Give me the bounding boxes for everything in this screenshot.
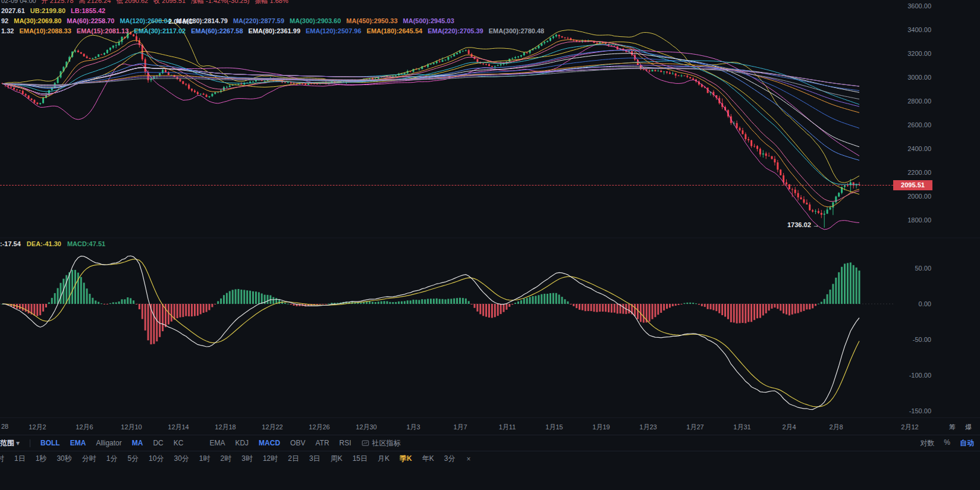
- time-tick-label: 1月15: [545, 423, 563, 432]
- timeframe-1日[interactable]: 1日: [14, 454, 26, 464]
- legend-token: 2027.61: [1, 7, 25, 14]
- timeframe-2日[interactable]: 2日: [288, 454, 299, 464]
- macd-tick-label: 50.00: [890, 265, 931, 272]
- time-tick-label: 28: [1, 423, 8, 430]
- time-tick-label: 1月23: [639, 423, 657, 432]
- axis-toggle-chips[interactable]: 筹: [949, 423, 956, 432]
- timeframe-12时[interactable]: 12时: [263, 454, 278, 464]
- legend-token: 收 2095.51: [153, 0, 186, 4]
- scale-control-%[interactable]: %: [944, 438, 950, 448]
- macd-tick-label: -100.00: [890, 372, 931, 379]
- price-tick-label: 3600.00: [890, 2, 931, 10]
- price-tick-label: 2400.00: [890, 145, 931, 152]
- legend-token: 开 2125.78: [42, 0, 74, 4]
- time-tick-label: 12月30: [356, 423, 376, 432]
- timeframe-1时[interactable]: 1时: [199, 454, 211, 464]
- time-tick-label: 12月10: [121, 423, 142, 432]
- legend-token: MA(220):2877.59: [233, 17, 284, 24]
- scale-controls: 对数%自动: [920, 438, 980, 448]
- timeframe-group: 时1日1秒30秒分时1分5分10分30分1时2时3时12时2日3日周K15日月K…: [2, 454, 455, 464]
- indicator-KC[interactable]: KC: [174, 439, 184, 447]
- sub-indicator-MACD[interactable]: MACD: [259, 439, 280, 447]
- time-tick-label: 12月14: [168, 423, 189, 432]
- timeframe-分时[interactable]: 分时: [82, 454, 96, 464]
- time-tick-label: 1月3: [406, 423, 420, 432]
- chart-canvas[interactable]: [0, 0, 980, 419]
- legend-token: LB:1855.42: [71, 7, 105, 14]
- timeframe-30分[interactable]: 30分: [174, 454, 189, 464]
- indicator-Alligator[interactable]: Alligator: [96, 439, 121, 447]
- sub-indicator-RSI[interactable]: RSI: [340, 439, 351, 447]
- macd-legend-token: DEA:-41.30: [27, 240, 61, 247]
- time-tick-label: 1月27: [686, 423, 703, 432]
- sub-indicator-ATR[interactable]: ATR: [315, 439, 329, 447]
- community-indicators-button[interactable]: 社区指标: [362, 438, 401, 448]
- range-button[interactable]: 范围▾: [0, 438, 20, 448]
- legend-token: MA(120):2608.04: [120, 17, 171, 24]
- timeframe-10分[interactable]: 10分: [149, 454, 164, 464]
- indicator-BOLL[interactable]: BOLL: [40, 439, 60, 447]
- scale-control-自动[interactable]: 自动: [960, 438, 974, 448]
- legend-token: MA(450):2950.33: [346, 17, 397, 24]
- scale-control-对数[interactable]: 对数: [920, 438, 934, 448]
- legend-row-ohlc: 02-09 04:00开 2125.78高 2126.24低 2090.62收 …: [1, 0, 549, 6]
- indicator-DC[interactable]: DC: [153, 439, 163, 447]
- timeframe-3时[interactable]: 3时: [241, 454, 253, 464]
- legend-token: 1.32: [1, 27, 14, 34]
- time-axis[interactable]: 2812月212月612月1012月1412月1812月2212月2612月30…: [0, 417, 980, 435]
- legend-token: 92: [1, 17, 8, 24]
- timeframe-季K[interactable]: 季K: [400, 454, 412, 464]
- last-price-tag: 2095.51: [893, 180, 932, 190]
- timeframe-30秒[interactable]: 30秒: [56, 454, 71, 464]
- legend-token: 涨幅 -1.42%(-30.25): [191, 0, 249, 4]
- price-tick-label: 2800.00: [890, 98, 931, 105]
- axis-toggle-liquidation[interactable]: 爆: [965, 423, 972, 432]
- timeframe-3分[interactable]: 3分: [444, 454, 456, 464]
- time-tick-label: 12月2: [29, 423, 46, 432]
- timeframe-1分[interactable]: 1分: [106, 454, 118, 464]
- timeframe-close-button[interactable]: ×: [466, 455, 470, 463]
- sub-indicator-group: EMAKDJMACDOBVATRRSI: [209, 439, 351, 447]
- legend-token: EMA(220):2705.39: [428, 27, 483, 34]
- sub-indicator-KDJ[interactable]: KDJ: [235, 439, 249, 447]
- macd-tick-label: 0.00: [890, 300, 931, 307]
- time-tick-label: 1月31: [733, 423, 750, 432]
- sub-indicator-EMA[interactable]: EMA: [209, 439, 225, 447]
- time-tick-label: 12月18: [215, 423, 235, 432]
- main-indicator-group: BOLLEMAAlligatorMADCKC: [40, 439, 183, 447]
- timeframe-月K[interactable]: 月K: [378, 454, 390, 464]
- time-tick-label: 12月22: [262, 423, 282, 432]
- timeframe-周K[interactable]: 周K: [331, 454, 343, 464]
- timeframe-3日[interactable]: 3日: [309, 454, 321, 464]
- range-label: 范围: [0, 439, 14, 447]
- sub-indicator-OBV[interactable]: OBV: [290, 439, 305, 447]
- legend-token: EMA(30):2117.02: [134, 27, 186, 34]
- legend-token: MA(60):2258.70: [67, 17, 114, 24]
- time-tick-label: 2月4: [782, 423, 796, 432]
- timeframe-年K[interactable]: 年K: [422, 454, 434, 464]
- community-indicator-icon: [362, 439, 369, 447]
- price-tick-label: 3000.00: [890, 74, 931, 81]
- indicator-EMA[interactable]: EMA: [70, 439, 86, 447]
- legend-row-ema: 1.32EMA(10):2088.33EMA(15):2081.13EMA(30…: [1, 26, 549, 36]
- time-tick-label: 12月26: [309, 423, 329, 432]
- timeframe-时[interactable]: 时: [0, 454, 4, 464]
- time-tick-label: 1月19: [592, 423, 610, 432]
- indicator-MA[interactable]: MA: [132, 439, 143, 447]
- price-tick-label: 2200.00: [890, 169, 931, 176]
- legend-token: EMA(15):2081.13: [77, 27, 128, 34]
- lowest-price-annotation: 1736.02 →: [787, 221, 819, 228]
- macd-tick-label: -50.00: [890, 336, 931, 343]
- time-tick-label: 2月12: [901, 423, 918, 432]
- timeframe-2时[interactable]: 2时: [221, 454, 232, 464]
- timeframe-1秒[interactable]: 1秒: [36, 454, 47, 464]
- price-tick-label: 3200.00: [890, 50, 931, 57]
- legend-token: MA(500):2945.03: [403, 17, 454, 24]
- macd-tick-label: -150.00: [890, 407, 931, 414]
- legend-token: 高 2126.24: [79, 0, 111, 4]
- indicator-toolbar: 范围▾ BOLLEMAAlligatorMADCKC EMAKDJMACDOBV…: [0, 435, 980, 451]
- price-tick-label: 2000.00: [890, 193, 931, 200]
- timeframe-15日[interactable]: 15日: [353, 454, 368, 464]
- timeframe-5分[interactable]: 5分: [127, 454, 139, 464]
- macd-legend-token: :-17.54: [0, 240, 21, 247]
